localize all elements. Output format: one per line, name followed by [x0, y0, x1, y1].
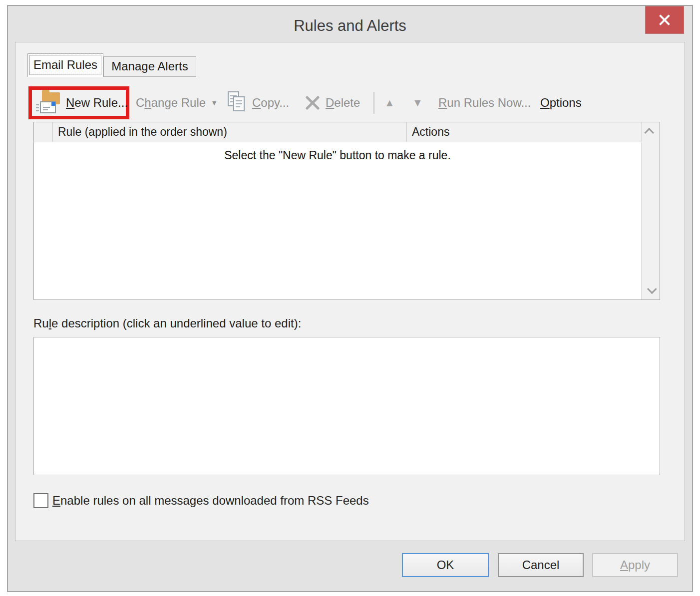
rules-list-body[interactable]: Select the "New Rule" button to make a r… [34, 143, 641, 299]
new-rule-label: New Rule... [66, 96, 128, 110]
rules-list-header: Rule (applied in the order shown) Action… [34, 122, 641, 142]
tab-manage-alerts[interactable]: Manage Alerts [103, 56, 196, 77]
rule-description-box[interactable] [33, 337, 660, 475]
rules-list: Rule (applied in the order shown) Action… [33, 122, 660, 300]
move-down-icon: ▼ [412, 97, 423, 109]
new-rule-icon [36, 91, 61, 114]
column-header-rule: Rule (applied in the order shown) [53, 122, 407, 142]
options-label: Options [540, 96, 582, 110]
scroll-up-button[interactable] [642, 123, 660, 142]
new-rule-highlight-box: New Rule... [28, 86, 129, 119]
rss-checkbox[interactable] [33, 493, 48, 508]
change-rule-button[interactable]: Change Rule ▼ [136, 86, 218, 119]
scroll-up-icon [644, 128, 654, 138]
chevron-down-icon: ▼ [211, 99, 218, 107]
copy-icon [228, 91, 248, 114]
column-header-select [34, 122, 53, 142]
tab-email-rules-label: Email Rules [33, 58, 97, 71]
apply-button[interactable]: Apply [592, 553, 678, 577]
toolbar-separator [373, 92, 374, 114]
email-rules-tab-panel: Email Rules Manage Alerts New Rule... Ch… [15, 42, 685, 541]
scroll-down-icon [647, 284, 657, 294]
tab-manage-alerts-label: Manage Alerts [111, 59, 188, 73]
delete-x-icon [304, 94, 322, 112]
change-rule-label: Change Rule [136, 96, 206, 110]
copy-button[interactable]: Copy... [228, 86, 289, 119]
empty-list-message: Select the "New Rule" button to make a r… [34, 149, 641, 162]
column-header-actions: Actions [407, 122, 641, 142]
close-button[interactable] [645, 6, 684, 34]
tab-email-rules[interactable]: Email Rules [27, 53, 103, 77]
options-button[interactable]: Options [540, 86, 582, 119]
cancel-button[interactable]: Cancel [498, 553, 584, 577]
move-up-icon: ▲ [384, 97, 395, 109]
rss-checkbox-row[interactable]: Enable rules on all messages downloaded … [33, 493, 369, 508]
scroll-down-button[interactable] [642, 280, 660, 298]
apply-label: Apply [620, 558, 650, 572]
ok-button[interactable]: OK [402, 553, 489, 577]
delete-button[interactable]: Delete [304, 86, 360, 119]
delete-label: Delete [326, 96, 360, 110]
close-icon [658, 13, 672, 27]
new-rule-button[interactable]: New Rule... [36, 91, 128, 114]
dialog-title: Rules and Alerts [8, 17, 692, 35]
vertical-scrollbar[interactable] [641, 122, 660, 299]
run-rules-now-button[interactable]: Run Rules Now... [438, 86, 531, 119]
move-up-button[interactable]: ▲ [384, 86, 395, 119]
rules-and-alerts-dialog: Rules and Alerts Email Rules Manage Aler… [7, 5, 693, 592]
run-rules-now-label: Run Rules Now... [438, 96, 531, 110]
rule-description-label: Rule description (click an underlined va… [33, 316, 301, 330]
copy-label: Copy... [252, 96, 289, 110]
move-down-button[interactable]: ▼ [412, 86, 423, 119]
rss-checkbox-label: Enable rules on all messages downloaded … [52, 494, 369, 508]
